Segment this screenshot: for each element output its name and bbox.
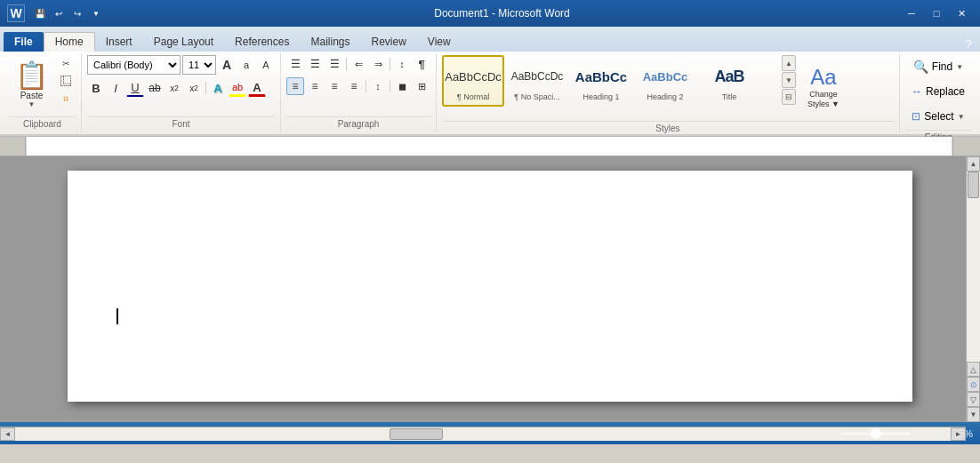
find-dropdown-icon: ▼ — [956, 63, 963, 71]
replace-button[interactable]: ↔ Replace — [905, 80, 971, 103]
copy-button[interactable]: ⿺ — [56, 73, 76, 90]
subscript-button[interactable]: x2 — [165, 79, 183, 97]
ribbon: File Home Insert Page Layout References … — [0, 27, 980, 137]
bullets-button[interactable]: ☰ — [286, 55, 304, 73]
ruler-right-margin — [953, 137, 980, 156]
title-bar-left: W 💾 ↩ ↪ ▼ — [7, 4, 104, 22]
redo-button[interactable]: ↪ — [69, 5, 85, 21]
change-styles-button[interactable]: Aa ChangeStyles ▼ — [798, 55, 849, 119]
text-effects-button[interactable]: A — [209, 79, 227, 97]
paste-dropdown-icon: ▼ — [28, 100, 36, 108]
scroll-right-button[interactable]: ► — [951, 427, 966, 441]
align-left-button[interactable]: ≡ — [286, 77, 304, 95]
scroll-down-button[interactable]: ▼ — [967, 407, 980, 422]
find-icon: 🔍 — [913, 60, 928, 74]
close-button[interactable]: ✕ — [950, 4, 973, 22]
italic-button[interactable]: I — [107, 79, 125, 97]
highlight-button[interactable]: ab — [229, 79, 246, 97]
paragraph-group-content: ☰ ☰ ☰ ⇐ ⇒ ↕ ¶ ≡ ≡ ≡ ≡ ↕ — [286, 55, 430, 115]
h-scroll-thumb[interactable] — [390, 428, 443, 440]
scroll-up-button[interactable]: ▲ — [967, 156, 980, 172]
save-button[interactable]: 💾 — [32, 5, 48, 21]
find-label: Find — [932, 60, 952, 73]
insert-tab[interactable]: Insert — [95, 32, 143, 52]
scroll-select-browse-button[interactable]: ⊙ — [967, 377, 980, 392]
restore-button[interactable]: □ — [925, 4, 948, 22]
bold-button[interactable]: B — [87, 79, 105, 97]
sort-button[interactable]: ↕ — [393, 55, 411, 73]
clipboard-group: 📋 Paste ▼ ✂ ⿺ ⌗ Clipboard — [4, 53, 82, 132]
paste-label: Paste — [20, 91, 44, 100]
vertical-scrollbar: ▲ △ ⊙ ▽ ▼ — [966, 156, 980, 422]
paragraph-group-label: Paragraph — [286, 116, 430, 131]
font-size-select[interactable]: 11 — [182, 55, 216, 75]
show-para-button[interactable]: ¶ — [413, 55, 430, 73]
help-button[interactable]: ? — [960, 36, 976, 52]
underline-button[interactable]: U — [126, 79, 144, 97]
align-center-button[interactable]: ≡ — [306, 77, 324, 95]
style-normal-button[interactable]: AaBbCcDc ¶ Normal — [442, 55, 504, 107]
style-heading1-name: Heading 1 — [582, 92, 619, 101]
scroll-page-down-button[interactable]: ▽ — [967, 392, 980, 407]
select-button[interactable]: ⊡ Select ▼ — [905, 105, 971, 128]
change-styles-label: ChangeStyles ▼ — [807, 90, 839, 109]
increase-indent-button[interactable]: ⇒ — [369, 55, 387, 73]
clipboard-group-content: 📋 Paste ▼ ✂ ⿺ ⌗ — [9, 55, 76, 115]
strikethrough-button[interactable]: ab — [146, 79, 164, 97]
numbered-button[interactable]: ☰ — [306, 55, 324, 73]
review-tab[interactable]: Review — [360, 32, 416, 52]
font-group: Calibri (Body) 11 A a A B I U ab x2 x2 — [82, 53, 281, 132]
title-bar: W 💾 ↩ ↪ ▼ Document1 - Microsoft Word ─ □… — [0, 0, 980, 27]
zoom-thumb[interactable] — [871, 428, 881, 439]
shrink-font-button[interactable]: a — [237, 56, 255, 74]
references-tab[interactable]: References — [224, 32, 300, 52]
editing-group-content: 🔍 Find ▼ ↔ Replace ⊡ Select ▼ — [905, 55, 971, 128]
style-heading1-preview: AaBbCc — [573, 60, 630, 92]
scroll-left-button[interactable]: ◄ — [0, 427, 15, 441]
style-no-spacing-button[interactable]: AaBbCcDc ¶ No Spaci... — [506, 55, 568, 107]
styles-more-button[interactable]: ⊟ — [782, 89, 796, 105]
scroll-page-up-button[interactable]: △ — [967, 362, 980, 377]
line-spacing-button[interactable]: ↕ — [369, 77, 387, 95]
customize-quick-access-button[interactable]: ▼ — [88, 5, 104, 21]
format-painter-button[interactable]: ⌗ — [56, 91, 76, 108]
paragraph-group: ☰ ☰ ☰ ⇐ ⇒ ↕ ¶ ≡ ≡ ≡ ≡ ↕ — [281, 53, 437, 132]
find-button[interactable]: 🔍 Find ▼ — [905, 55, 971, 78]
replace-label: Replace — [926, 85, 965, 98]
justify-button[interactable]: ≡ — [345, 77, 363, 95]
style-heading1-button[interactable]: AaBbCc Heading 1 — [570, 55, 632, 107]
cut-button[interactable]: ✂ — [56, 55, 76, 72]
styles-group-label: Styles — [442, 121, 894, 135]
paste-button[interactable]: 📋 Paste ▼ — [9, 55, 54, 113]
shading-button[interactable]: ◼ — [393, 77, 411, 95]
tab-bar: File Home Insert Page Layout References … — [0, 27, 980, 52]
styles-scroll-down-button[interactable]: ▼ — [782, 72, 796, 88]
superscript-button[interactable]: x2 — [185, 79, 203, 97]
zoom-slider[interactable] — [840, 432, 912, 435]
scroll-thumb[interactable] — [968, 172, 979, 198]
font-name-select[interactable]: Calibri (Body) — [87, 55, 181, 75]
clear-formatting-button[interactable]: A — [257, 56, 275, 74]
styles-scroll-up-button[interactable]: ▲ — [782, 55, 796, 71]
home-tab[interactable]: Home — [44, 32, 95, 52]
style-title-button[interactable]: AaB Title — [698, 55, 760, 107]
style-heading2-button[interactable]: AaBbCc Heading 2 — [634, 55, 696, 107]
clipboard-small-buttons: ✂ ⿺ ⌗ — [56, 55, 76, 108]
h-scroll-track — [15, 427, 951, 441]
editing-group: 🔍 Find ▼ ↔ Replace ⊡ Select ▼ Editing — [900, 53, 976, 132]
font-color-button[interactable]: A — [248, 79, 266, 97]
minimize-button[interactable]: ─ — [900, 4, 923, 22]
mailings-tab[interactable]: Mailings — [300, 32, 360, 52]
page-layout-tab[interactable]: Page Layout — [143, 32, 224, 52]
document-page[interactable] — [68, 171, 912, 402]
align-right-button[interactable]: ≡ — [325, 77, 343, 95]
view-tab[interactable]: View — [417, 32, 462, 52]
borders-button[interactable]: ⊞ — [413, 77, 430, 95]
undo-button[interactable]: ↩ — [51, 5, 67, 21]
file-tab[interactable]: File — [4, 32, 44, 52]
grow-font-button[interactable]: A — [218, 56, 236, 74]
decrease-indent-button[interactable]: ⇐ — [349, 55, 367, 73]
para-sep-1 — [346, 58, 347, 70]
replace-icon: ↔ — [912, 85, 922, 98]
multilevel-button[interactable]: ☰ — [325, 55, 343, 73]
